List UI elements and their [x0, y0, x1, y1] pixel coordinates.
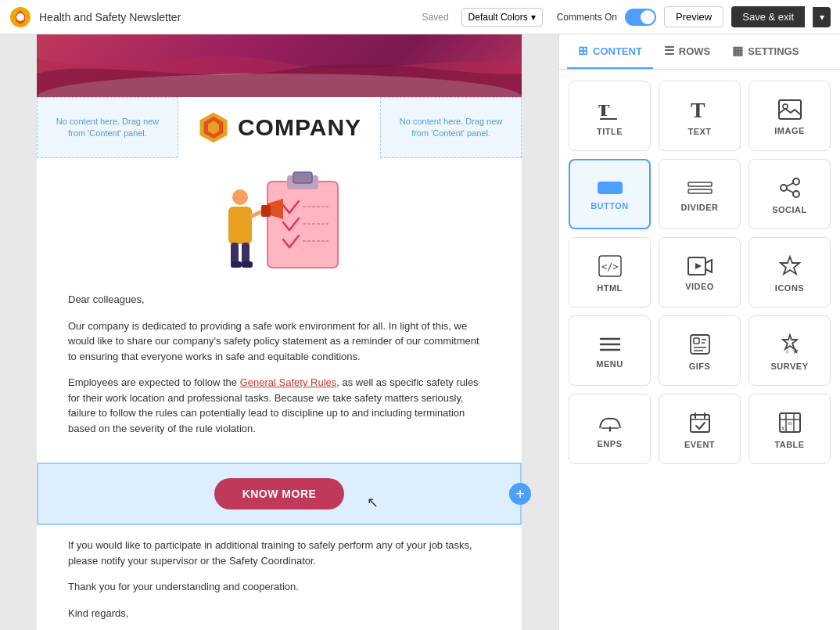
illustration-area [37, 158, 522, 279]
logo-row: No content here. Drag new from 'Content'… [37, 97, 522, 158]
svg-text:T: T [691, 99, 705, 121]
content-item-survey[interactable]: ★ ★ SURVEY [748, 315, 831, 386]
svg-text:★: ★ [792, 347, 799, 355]
svg-point-59 [608, 430, 611, 432]
text-icon: T [689, 99, 711, 121]
svg-rect-34 [688, 182, 712, 186]
survey-icon: ★ ★ [778, 333, 802, 355]
table-icon: X [778, 412, 802, 434]
preview-button[interactable]: Preview [664, 6, 723, 27]
svg-rect-70 [788, 422, 792, 425]
save-arrow-button[interactable]: ▾ [813, 7, 831, 27]
svg-point-38 [793, 191, 799, 197]
page-title: Health and Safety Newsletter [39, 11, 415, 23]
settings-tab-icon: ▦ [732, 44, 743, 58]
svg-rect-22 [261, 205, 271, 217]
video-item-label: VIDEO [685, 282, 714, 291]
icons-icon [779, 255, 801, 277]
tab-rows[interactable]: ☰ ROWS [653, 34, 721, 69]
tab-settings[interactable]: ▦ SETTINGS [721, 34, 809, 69]
content-tab-icon: ⊞ [578, 44, 588, 58]
tab-rows-label: ROWS [679, 45, 710, 57]
table-item-label: TABLE [774, 440, 804, 449]
svg-text:★: ★ [784, 348, 790, 355]
saved-status: Saved [422, 12, 449, 23]
content-item-text[interactable]: T TEXT [659, 81, 741, 151]
svg-rect-24 [242, 243, 249, 265]
svg-rect-33 [598, 182, 623, 194]
know-more-button[interactable]: KNOW MORE [214, 478, 345, 509]
illustration-icon [205, 166, 354, 279]
para4-text: Thank you for your understanding and coo… [68, 579, 490, 595]
content-grid: T TITLE T TEXT IMAGE [559, 70, 840, 475]
comments-toggle[interactable] [625, 9, 656, 26]
content-item-image[interactable]: IMAGE [748, 81, 831, 151]
logo-placeholder-right[interactable]: No content here. Drag new from 'Content'… [380, 97, 522, 158]
email-body: Dear colleagues, Our company is dedicate… [37, 279, 522, 463]
svg-text:X: X [781, 426, 785, 432]
para3-text: If you would like to participate in addi… [68, 538, 490, 568]
svg-rect-35 [688, 189, 712, 193]
button-row: KNOW MORE ↖ + [37, 463, 522, 525]
svg-point-36 [793, 178, 799, 185]
main-area: No content here. Drag new from 'Content'… [0, 34, 840, 630]
content-item-menu[interactable]: MENU [569, 315, 651, 386]
content-item-enps[interactable]: ENPS [569, 394, 651, 464]
social-icon [779, 177, 801, 199]
enps-icon [598, 412, 622, 433]
tab-settings-label: SETTINGS [748, 45, 799, 57]
svg-rect-25 [231, 261, 242, 268]
content-item-video[interactable]: VIDEO [659, 237, 741, 308]
safety-rules-link[interactable]: General Safety Rules [240, 376, 337, 388]
tab-content-label: CONTENT [593, 45, 642, 57]
content-item-icons[interactable]: ICONS [748, 237, 831, 308]
svg-point-18 [232, 189, 248, 205]
email-header-banner [37, 34, 522, 97]
svg-line-40 [787, 189, 793, 193]
content-item-html[interactable]: </> HTML [569, 237, 651, 308]
html-icon: </> [598, 255, 622, 277]
content-item-button[interactable]: BUTTON [569, 159, 651, 229]
svg-rect-23 [231, 243, 239, 265]
image-item-label: IMAGE [774, 126, 805, 135]
rows-tab-icon: ☰ [664, 44, 674, 58]
gifs-icon [689, 333, 711, 355]
colors-dropdown[interactable]: Default Colors ▾ [461, 8, 543, 27]
divider-icon [687, 179, 713, 196]
svg-rect-26 [242, 261, 253, 268]
logo-placeholder-left[interactable]: No content here. Drag new from 'Content'… [37, 97, 178, 158]
content-item-social[interactable]: SOCIAL [748, 159, 831, 229]
svg-marker-44 [695, 263, 702, 269]
content-item-title[interactable]: T TITLE [569, 81, 651, 151]
content-item-gifs[interactable]: GIFS [659, 315, 741, 386]
event-item-label: EVENT [684, 440, 715, 449]
button-item-label: BUTTON [591, 201, 629, 211]
svg-rect-61 [691, 415, 709, 432]
email-canvas: No content here. Drag new from 'Content'… [37, 34, 522, 630]
save-exit-button[interactable]: Save & exit [731, 6, 805, 27]
svg-rect-8 [293, 172, 312, 183]
email-body-lower: If you would like to participate in addi… [37, 525, 522, 630]
company-logo-icon [197, 111, 230, 144]
svg-rect-19 [228, 207, 252, 244]
content-item-divider[interactable]: DIVIDER [659, 159, 741, 229]
logo-center: COMPANY [178, 97, 380, 158]
content-item-event[interactable]: EVENT [659, 394, 741, 464]
gifs-item-label: GIFS [689, 362, 711, 371]
panel-tabs: ⊞ CONTENT ☰ ROWS ▦ SETTINGS [559, 34, 840, 70]
title-item-label: TITLE [597, 127, 623, 136]
tab-content[interactable]: ⊞ CONTENT [567, 34, 653, 69]
content-item-table[interactable]: X TABLE [748, 394, 831, 464]
svg-rect-50 [694, 338, 699, 344]
right-panel: ⊞ CONTENT ☰ ROWS ▦ SETTINGS T TITLE [558, 34, 840, 630]
event-icon [689, 412, 711, 434]
canvas-area: No content here. Drag new from 'Content'… [0, 34, 558, 630]
html-item-label: HTML [597, 283, 623, 293]
enps-item-label: ENPS [598, 439, 623, 448]
comments-label: Comments On [557, 12, 617, 23]
company-name-text: COMPANY [238, 114, 361, 141]
text-item-label: TEXT [687, 127, 711, 136]
para2-text: Employees are expected to follow the Gen… [68, 375, 490, 436]
topbar: Health and Safety Newsletter Saved Defau… [0, 0, 840, 34]
add-content-button[interactable]: + [509, 483, 531, 505]
